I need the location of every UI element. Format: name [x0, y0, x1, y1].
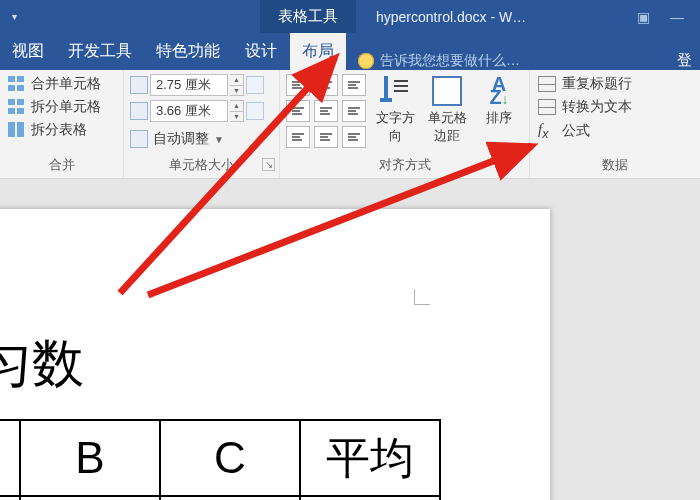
align-top-left[interactable]	[286, 74, 310, 96]
table-cell[interactable]	[0, 496, 20, 500]
cell-margins-label: 单元格边距	[424, 109, 470, 145]
document-heading: 匀数	[0, 329, 84, 399]
group-cell-size-label: 单元格大小 ↘	[124, 156, 279, 178]
align-top-right[interactable]	[342, 74, 366, 96]
qat-dropdown-icon[interactable]: ▾	[0, 11, 28, 22]
split-table-button[interactable]: 拆分表格	[6, 120, 103, 140]
ribbon: 合并单元格 拆分单元格 拆分表格 合并 ▲▼	[0, 70, 700, 179]
tab-design[interactable]: 设计	[232, 33, 290, 70]
convert-to-text-icon	[538, 99, 556, 115]
row-height-input[interactable]	[150, 74, 228, 96]
merge-cells-icon	[8, 76, 26, 92]
table-cell[interactable]: C	[160, 420, 300, 496]
alignment-grid	[286, 74, 366, 148]
tell-me-search[interactable]: 告诉我您想要做什么…	[346, 52, 657, 70]
split-cells-label: 拆分单元格	[31, 98, 101, 116]
cell-size-launcher-icon[interactable]: ↘	[262, 158, 275, 171]
table-cell[interactable]	[300, 496, 440, 500]
row-height-spinner[interactable]: ▲▼	[230, 74, 244, 96]
table-cell[interactable]: 平均	[300, 420, 440, 496]
minimize-icon[interactable]: —	[670, 9, 684, 25]
convert-to-text-label: 转换为文本	[562, 98, 632, 116]
distribute-rows-button[interactable]	[246, 76, 264, 94]
ribbon-tabs: 视图 开发工具 特色功能 设计 布局 告诉我您想要做什么… 登	[0, 33, 700, 70]
row-height-icon	[130, 76, 148, 94]
group-data-label: 数据	[530, 156, 700, 178]
align-bot-center[interactable]	[314, 126, 338, 148]
split-table-label: 拆分表格	[31, 121, 87, 139]
tell-me-placeholder: 告诉我您想要做什么…	[380, 52, 520, 70]
col-width-spinner[interactable]: ▲▼	[230, 100, 244, 122]
sort-button[interactable]: AZ↓ 排序	[476, 74, 522, 127]
autofit-label: 自动调整	[153, 130, 209, 148]
group-merge-label: 合并	[0, 156, 123, 178]
table-cell[interactable]: B	[20, 420, 160, 496]
document-title: hypercontrol.docx - W…	[356, 9, 621, 25]
tab-developer[interactable]: 开发工具	[56, 33, 144, 70]
table-cell[interactable]	[20, 496, 160, 500]
group-cell-size: ▲▼ ▲▼ 自动调整 ▼ 单元格大小 ↘	[124, 70, 280, 178]
align-mid-right[interactable]	[342, 100, 366, 122]
chevron-down-icon: ▼	[214, 134, 224, 145]
contextual-tab-table-tools[interactable]: 表格工具	[260, 0, 356, 33]
crop-mark	[414, 289, 430, 305]
formula-button[interactable]: fx 公式	[536, 120, 634, 142]
autofit-button[interactable]: 自动调整 ▼	[130, 126, 264, 148]
table-row: B C 平均	[0, 420, 440, 496]
document-table[interactable]: B C 平均	[0, 419, 441, 500]
merge-cells-button[interactable]: 合并单元格	[6, 74, 103, 94]
text-direction-icon	[380, 76, 410, 106]
split-table-icon	[8, 122, 26, 138]
cell-margins-icon	[432, 76, 462, 106]
group-alignment-label: 对齐方式	[280, 156, 529, 178]
align-bot-left[interactable]	[286, 126, 310, 148]
sign-in-button[interactable]: 登	[657, 51, 700, 70]
split-cells-button[interactable]: 拆分单元格	[6, 97, 103, 117]
formula-icon: fx	[538, 121, 556, 141]
align-bot-right[interactable]	[342, 126, 366, 148]
col-width-icon	[130, 102, 148, 120]
tab-view[interactable]: 视图	[0, 33, 56, 70]
ribbon-display-options-icon[interactable]: ▣	[637, 9, 650, 25]
split-cells-icon	[8, 99, 26, 115]
repeat-header-icon	[538, 76, 556, 92]
col-width-input[interactable]	[150, 100, 228, 122]
text-direction-button[interactable]: 文字方向	[372, 74, 418, 145]
tab-special[interactable]: 特色功能	[144, 33, 232, 70]
col-width-control: ▲▼	[130, 100, 264, 122]
document-page: 匀数 B C 平均	[0, 209, 550, 500]
align-mid-center[interactable]	[314, 100, 338, 122]
title-bar: ▾ 表格工具 hypercontrol.docx - W… ▣ —	[0, 0, 700, 33]
table-row	[0, 496, 440, 500]
distribute-cols-button[interactable]	[246, 102, 264, 120]
lightbulb-icon	[358, 53, 374, 69]
autofit-icon	[130, 130, 148, 148]
group-merge: 合并单元格 拆分单元格 拆分表格 合并	[0, 70, 124, 178]
repeat-header-label: 重复标题行	[562, 75, 632, 93]
row-height-control: ▲▼	[130, 74, 264, 96]
repeat-header-rows-button[interactable]: 重复标题行	[536, 74, 634, 94]
group-alignment: 文字方向 单元格边距 AZ↓ 排序 对齐方式	[280, 70, 530, 178]
document-area[interactable]: 匀数 B C 平均	[0, 179, 700, 500]
table-cell[interactable]	[0, 420, 20, 496]
align-top-center[interactable]	[314, 74, 338, 96]
text-direction-label: 文字方向	[372, 109, 418, 145]
sort-label: 排序	[486, 109, 512, 127]
align-mid-left[interactable]	[286, 100, 310, 122]
group-data: 重复标题行 转换为文本 fx 公式 数据	[530, 70, 700, 178]
table-cell[interactable]	[160, 496, 300, 500]
cell-margins-button[interactable]: 单元格边距	[424, 74, 470, 145]
sort-icon: AZ↓	[484, 76, 514, 106]
convert-to-text-button[interactable]: 转换为文本	[536, 97, 634, 117]
tab-layout[interactable]: 布局	[290, 33, 346, 70]
merge-cells-label: 合并单元格	[31, 75, 101, 93]
formula-label: 公式	[562, 122, 590, 140]
